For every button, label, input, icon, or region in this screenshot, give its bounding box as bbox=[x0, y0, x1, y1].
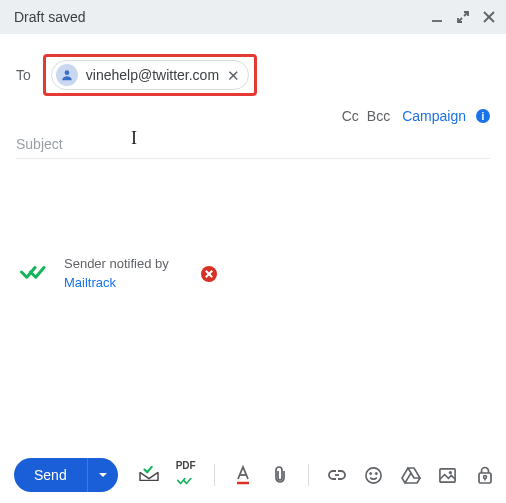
more-options-icon[interactable] bbox=[502, 464, 506, 486]
svg-point-9 bbox=[370, 472, 372, 474]
confidential-mode-icon[interactable] bbox=[474, 464, 496, 486]
toolbar-separator bbox=[214, 464, 215, 486]
toolbar-icons-left: PDF bbox=[138, 464, 496, 486]
send-group: Send bbox=[14, 458, 118, 492]
attach-file-icon[interactable] bbox=[269, 464, 291, 486]
text-cursor-icon: I bbox=[131, 128, 137, 149]
recipient-email: vinehelp@twitter.com bbox=[86, 67, 219, 83]
info-icon[interactable]: i bbox=[476, 109, 490, 123]
person-icon bbox=[56, 64, 78, 86]
notification-text: Sender notified by Mailtrack bbox=[64, 255, 169, 293]
bcc-button[interactable]: Bcc bbox=[367, 108, 390, 124]
mailtrack-link[interactable]: Mailtrack bbox=[64, 275, 116, 290]
close-icon[interactable] bbox=[482, 10, 496, 24]
campaign-link[interactable]: Campaign bbox=[402, 108, 466, 124]
header-title: Draft saved bbox=[14, 9, 86, 25]
mailtrack-compose-icon[interactable] bbox=[138, 464, 160, 486]
insert-link-icon[interactable] bbox=[326, 464, 348, 486]
double-check-icon bbox=[20, 263, 50, 285]
message-body[interactable]: Sender notified by Mailtrack bbox=[0, 159, 506, 439]
svg-point-3 bbox=[64, 70, 69, 75]
insert-image-icon[interactable] bbox=[437, 464, 459, 486]
compose-header: Draft saved bbox=[0, 0, 506, 34]
toolbar-separator bbox=[308, 464, 309, 486]
dismiss-notification-icon[interactable] bbox=[201, 266, 217, 282]
svg-point-8 bbox=[366, 467, 381, 482]
cc-button[interactable]: Cc bbox=[342, 108, 359, 124]
remove-recipient-icon[interactable]: ✕ bbox=[227, 68, 240, 83]
send-options-button[interactable] bbox=[87, 458, 118, 492]
send-button[interactable]: Send bbox=[14, 458, 87, 492]
mailtrack-notification: Sender notified by Mailtrack bbox=[20, 255, 490, 293]
emoji-icon[interactable] bbox=[363, 464, 385, 486]
svg-point-10 bbox=[376, 472, 378, 474]
annotation-highlight: vinehelp@twitter.com ✕ bbox=[43, 54, 257, 96]
minimize-icon[interactable] bbox=[430, 10, 444, 24]
drive-icon[interactable] bbox=[400, 464, 422, 486]
recipients-row: To vinehelp@twitter.com ✕ bbox=[0, 34, 506, 102]
recipient-options: Cc Bcc Campaign i bbox=[0, 102, 506, 132]
text-format-icon[interactable] bbox=[232, 464, 254, 486]
svg-rect-11 bbox=[440, 468, 455, 481]
subject-input[interactable] bbox=[16, 136, 490, 152]
compose-toolbar: Send PDF bbox=[0, 447, 506, 503]
svg-point-14 bbox=[483, 476, 486, 479]
toolbar-icons-right bbox=[502, 464, 506, 486]
svg-point-12 bbox=[449, 471, 451, 473]
to-label: To bbox=[16, 67, 31, 83]
pdf-tracking-icon[interactable]: PDF bbox=[175, 464, 197, 486]
expand-icon[interactable] bbox=[456, 10, 470, 24]
window-controls bbox=[430, 10, 496, 24]
subject-row bbox=[0, 132, 506, 158]
recipient-chip[interactable]: vinehelp@twitter.com ✕ bbox=[51, 60, 249, 90]
